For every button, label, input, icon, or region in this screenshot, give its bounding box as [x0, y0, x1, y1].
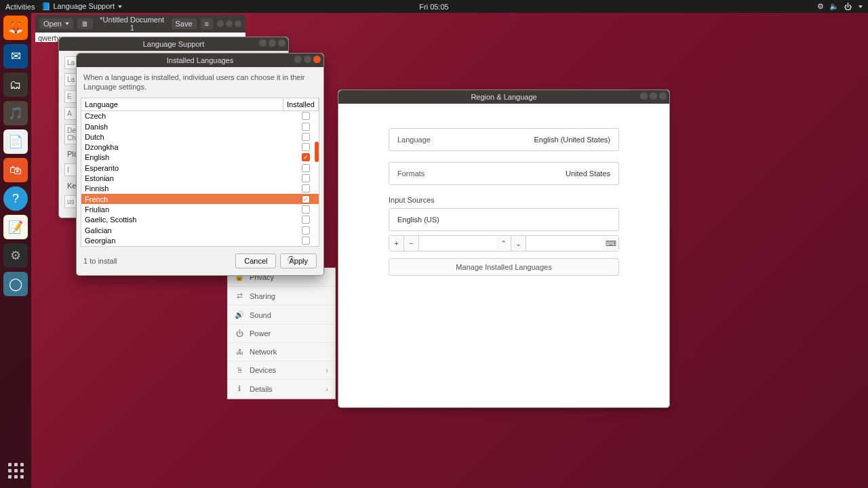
- install-count: 1 to install: [83, 257, 231, 265]
- files-icon[interactable]: 🗂: [3, 73, 28, 97]
- maximize-icon[interactable]: [269, 39, 276, 47]
- maximize-icon[interactable]: [304, 56, 311, 63]
- installed-checkbox[interactable]: [302, 112, 310, 120]
- close-icon[interactable]: [278, 39, 285, 47]
- keyboard-layout-button[interactable]: ⌨: [604, 236, 618, 251]
- maximize-icon[interactable]: [650, 92, 657, 100]
- open-button[interactable]: Open: [39, 18, 73, 29]
- language-row[interactable]: Gaelic, Scottish: [81, 215, 319, 225]
- app-icon[interactable]: ◯: [3, 272, 28, 296]
- dock: 🦊 ✉ 🗂 🎵 📄 🛍 ? 📝 ⚙ ◯: [0, 13, 31, 488]
- language-row[interactable]: Friulian: [81, 204, 319, 214]
- language-row[interactable]: Finnish: [81, 184, 319, 194]
- language-row[interactable]: French✓: [81, 194, 319, 204]
- sidebar-item-sound[interactable]: 🔊Sound: [228, 306, 335, 325]
- language-row[interactable]: Czech: [81, 111, 319, 121]
- language-row[interactable]: Dzongkha: [81, 142, 319, 152]
- installed-checkbox[interactable]: [302, 216, 310, 224]
- language-row[interactable]: LanguageEnglish (United States): [389, 128, 619, 151]
- maximize-icon[interactable]: [226, 20, 233, 27]
- app-menu[interactable]: 📘 Language Support: [41, 2, 122, 11]
- installed-checkbox[interactable]: ✓: [302, 195, 310, 203]
- installed-checkbox[interactable]: [302, 237, 310, 245]
- help-icon[interactable]: ?: [3, 186, 28, 211]
- minimize-icon[interactable]: [294, 56, 302, 63]
- text-editor-icon[interactable]: 📝: [3, 215, 28, 239]
- installed-checkbox[interactable]: [302, 143, 310, 151]
- thunderbird-icon[interactable]: ✉: [3, 44, 28, 68]
- window-title: Region & Language: [338, 90, 669, 104]
- installed-checkbox[interactable]: [302, 123, 310, 131]
- close-icon[interactable]: [313, 56, 321, 63]
- manage-languages-button[interactable]: Manage Installed Languages: [389, 258, 619, 276]
- installed-checkbox[interactable]: [302, 164, 310, 172]
- minimize-icon[interactable]: [259, 39, 267, 47]
- writer-icon[interactable]: 📄: [3, 129, 28, 154]
- move-up-button[interactable]: ⌃: [496, 236, 511, 251]
- move-down-button[interactable]: ⌄: [511, 236, 526, 251]
- scrollbar[interactable]: [315, 142, 319, 162]
- input-source-controls: + − ⌃ ⌄ ⌨: [389, 235, 619, 251]
- activities-button[interactable]: Activities: [5, 3, 35, 11]
- show-apps-icon[interactable]: [3, 458, 28, 483]
- installed-checkbox[interactable]: [302, 174, 310, 182]
- power-indicator-icon[interactable]: ⏻: [844, 3, 852, 11]
- language-row[interactable]: Estonian: [81, 173, 319, 183]
- input-source-item[interactable]: English (US): [389, 209, 618, 230]
- region-language-window: Region & Language LanguageEnglish (Unite…: [338, 89, 670, 408]
- new-tab-button[interactable]: 🗎: [77, 18, 93, 29]
- col-installed[interactable]: Installed: [283, 98, 319, 110]
- installed-checkbox[interactable]: [302, 133, 310, 141]
- system-menu-icon[interactable]: [859, 5, 863, 8]
- apply-button[interactable]: Apply: [280, 253, 317, 268]
- firefox-icon[interactable]: 🦊: [3, 16, 28, 40]
- dialog-title: Installed Languages: [77, 54, 323, 67]
- sound-indicator-icon[interactable]: 🔈: [829, 2, 839, 11]
- cancel-button[interactable]: Cancel: [235, 253, 276, 268]
- language-row[interactable]: English✓: [81, 152, 319, 163]
- language-list[interactable]: CzechDanishDutchDzongkhaEnglish✓Esperant…: [81, 111, 319, 247]
- input-sources-list: English (US): [389, 208, 619, 231]
- language-row[interactable]: Georgian: [81, 235, 319, 245]
- dialog-description: When a language is installed, individual…: [77, 67, 323, 98]
- menu-button[interactable]: ≡: [201, 18, 213, 29]
- network-indicator-icon[interactable]: ⚙: [817, 2, 824, 11]
- table-header: Language Installed: [81, 98, 319, 111]
- window-title: Language Support: [59, 37, 288, 51]
- col-language[interactable]: Language: [81, 98, 283, 110]
- software-icon[interactable]: 🛍: [3, 158, 28, 182]
- installed-checkbox[interactable]: [302, 226, 310, 235]
- language-row[interactable]: Galician: [81, 225, 319, 235]
- installed-checkbox[interactable]: [302, 205, 310, 214]
- installed-checkbox[interactable]: ✓: [302, 153, 310, 161]
- rhythmbox-icon[interactable]: 🎵: [3, 101, 28, 125]
- installed-checkbox[interactable]: [302, 184, 310, 192]
- minimize-icon[interactable]: [217, 20, 224, 27]
- close-icon[interactable]: [235, 20, 241, 27]
- input-sources-heading: Input Sources: [389, 196, 619, 204]
- formats-row[interactable]: FormatsUnited States: [389, 162, 619, 185]
- clock[interactable]: Fri 05:05: [419, 3, 448, 11]
- sidebar-item-sharing[interactable]: ⇄Sharing: [228, 287, 335, 306]
- top-bar: Activities 📘 Language Support Fri 05:05 …: [0, 0, 868, 13]
- settings-sidebar: 🔒Privacy⇄Sharing🔊Sound⏻Power🖧Network🖱Dev…: [227, 268, 336, 399]
- language-row[interactable]: Esperanto: [81, 163, 319, 173]
- minimize-icon[interactable]: [640, 92, 648, 100]
- installed-languages-dialog: Installed Languages When a language is i…: [76, 53, 324, 276]
- save-button[interactable]: Save: [172, 18, 197, 29]
- settings-icon[interactable]: ⚙: [3, 243, 28, 268]
- sidebar-item-network[interactable]: 🖧Network: [228, 343, 335, 361]
- add-input-button[interactable]: +: [389, 236, 404, 251]
- sidebar-item-power[interactable]: ⏻Power: [228, 325, 335, 343]
- language-row[interactable]: Dutch: [81, 131, 319, 142]
- language-row[interactable]: Danish: [81, 121, 319, 131]
- sidebar-item-details[interactable]: ℹDetails›: [228, 380, 335, 399]
- close-icon[interactable]: [659, 92, 667, 100]
- remove-input-button[interactable]: −: [404, 236, 419, 251]
- sidebar-item-devices[interactable]: 🖱Devices›: [228, 361, 335, 380]
- document-title: *Untitled Document 1: [97, 16, 167, 32]
